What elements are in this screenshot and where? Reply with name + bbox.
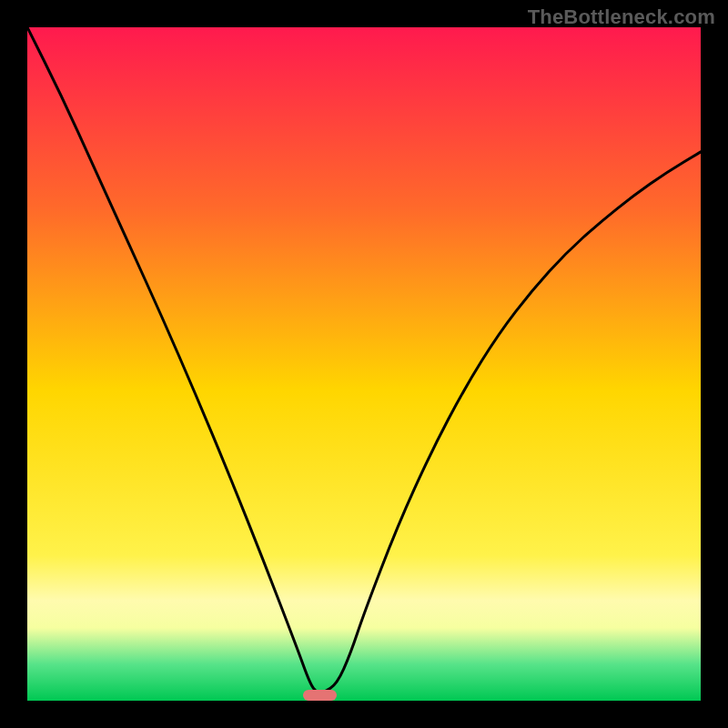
bottleneck-curve — [27, 27, 701, 701]
minimum-marker-pill — [303, 690, 337, 701]
chart-frame: TheBottleneck.com — [0, 0, 728, 728]
watermark-text: TheBottleneck.com — [528, 5, 715, 29]
curve-path — [27, 27, 701, 693]
plot-area — [27, 27, 701, 701]
